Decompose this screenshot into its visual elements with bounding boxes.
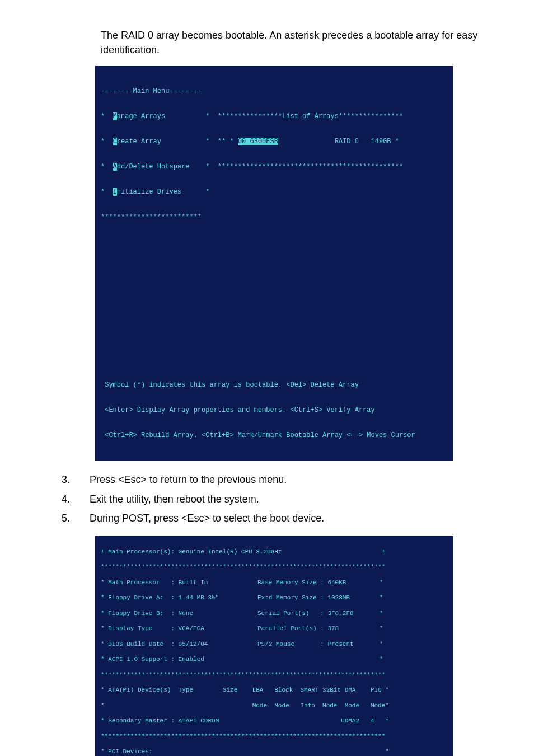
sys-info-right: Serial Port(s) : 3F8,2F8 * [257,610,383,617]
step-number: 4. [62,491,90,508]
sys-info-right: Base Memory Size : 640KB * [257,579,383,586]
hint-line: <Enter> Display Array properties and mem… [101,406,448,415]
page: The RAID 0 array becomes bootable. An as… [0,0,534,756]
menu-item-hotkey: A [113,163,117,171]
sys-info-left: * BIOS Build Date : 05/12/04 [101,641,257,649]
menu-item: nitialize Drives [117,188,181,196]
sys-info-right: Parallel Port(s) : 378 * [257,625,383,632]
hint-line: <Ctrl+R> Rebuild Array. <Ctrl+B> Mark/Un… [101,431,448,440]
step-number: 5. [62,510,90,527]
pci-header: * PCI Devices: * [101,748,448,756]
step-text: Exit the utility, then reboot the system… [90,491,484,508]
sys-info-right: * [257,656,383,663]
step-text: During POST, press <Esc> to select the b… [90,510,484,527]
step-item: 4.Exit the utility, then reboot the syst… [62,491,484,508]
raid-main-menu-screenshot: --------Main Menu-------- * Manage Array… [95,66,453,461]
ata-row: * Secondary Master : ATAPI CDROM UDMA2 4… [101,717,448,725]
sys-info-left: * Floppy Drive B: : None [101,610,257,618]
menu-item-hotkey: M [113,112,117,120]
array-type: RAID 0 [335,138,359,145]
menu-item-hotkey: C [113,138,117,145]
menu-item: dd/Delete Hotspare [117,163,190,171]
cpu-title: ± Main Processor(s): Genuine Intel(R) CP… [101,548,448,556]
menu-header: --------Main Menu-------- [101,87,202,95]
arrays-list-header: ****************List of Arrays**********… [218,112,403,120]
menu-item: anage Arrays [117,112,165,120]
step-number: 3. [62,471,90,489]
sys-info-right: PS/2 Mouse : Present * [257,641,383,647]
step-item: 3.Press <Esc> to return to the previous … [62,471,484,489]
intro-text: The RAID 0 array becomes bootable. An as… [62,28,484,57]
ata-header: * ATA(PI) Device(s) Type Size LBA Block … [101,687,448,694]
step-item: 5.During POST, press <Esc> to select the… [62,510,484,527]
menu-item-hotkey: I [113,188,117,196]
sys-info-left: * Math Processor : Built-In [101,579,257,587]
steps-list: 3.Press <Esc> to return to the previous … [62,471,484,527]
sys-info-left: * Floppy Drive A: : 1.44 MB 3½" [101,594,257,602]
hint-line: Symbol (*) indicates this array is boota… [101,381,448,389]
menu-item: reate Array [117,138,161,145]
sys-info-left: * Display Type : VGA/EGA [101,625,257,633]
post-screen-screenshot: ± Main Processor(s): Genuine Intel(R) CP… [95,536,453,756]
sys-info-left: * ACPI 1.0 Support : Enabled [101,656,257,664]
selected-array: 00 6300ESB [238,138,278,145]
array-size: 149GB [371,138,391,145]
step-text: Press <Esc> to return to the previous me… [90,471,484,489]
ata-subheader: * Mode Mode Info Mode Mode Mode* [101,702,448,710]
sys-info-right: Extd Memory Size : 1023MB * [257,594,383,601]
